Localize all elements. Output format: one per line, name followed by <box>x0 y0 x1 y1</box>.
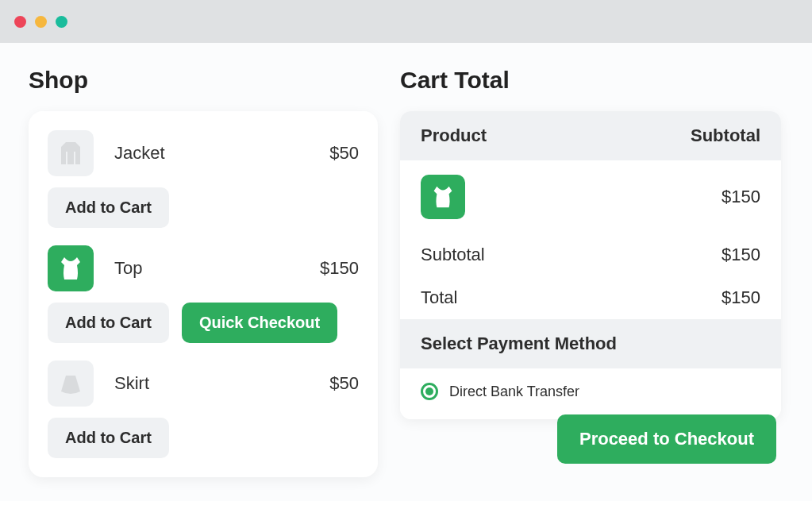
payment-section-title: Select Payment Method <box>400 319 781 368</box>
shop-card: Jacket $50 Add to Cart Top $150 Add to C… <box>29 111 378 477</box>
product-row: Skirt $50 <box>48 360 359 407</box>
product-price: $50 <box>329 143 359 164</box>
product-name: Skirt <box>114 373 309 394</box>
cart-item-subtotal: $150 <box>722 187 760 207</box>
shop-title: Shop <box>29 67 378 94</box>
add-to-cart-button[interactable]: Add to Cart <box>48 418 169 458</box>
add-to-cart-button[interactable]: Add to Cart <box>48 303 169 343</box>
jacket-icon <box>48 130 94 176</box>
product-name: Jacket <box>114 143 309 164</box>
cart-subtotal-row: Subtotal $150 <box>400 233 781 276</box>
top-icon <box>421 175 465 219</box>
cart-subtotal-label: Subtotal <box>421 245 722 265</box>
cart-total-row: Total $150 <box>400 276 781 319</box>
payment-option[interactable]: Direct Bank Transfer <box>400 368 781 419</box>
product-row: Top $150 <box>48 245 359 291</box>
cart-title: Cart Total <box>400 67 781 94</box>
page-body: Shop Jacket $50 Add to Cart <box>0 43 812 501</box>
cart-subtotal-value: $150 <box>722 245 760 265</box>
cart-col-product: Product <box>421 125 691 146</box>
titlebar-minimize-dot[interactable] <box>35 16 47 28</box>
product-name: Top <box>114 258 299 279</box>
payment-option-label: Direct Bank Transfer <box>449 384 579 400</box>
product-price: $150 <box>320 258 359 279</box>
cart-header-row: Product Subtotal <box>400 111 781 160</box>
window-titlebar <box>0 0 812 43</box>
cart-total-label: Total <box>421 287 722 308</box>
skirt-icon <box>48 360 94 407</box>
cart-item-row: $150 <box>400 160 781 233</box>
top-icon <box>48 245 94 291</box>
titlebar-maximize-dot[interactable] <box>56 16 67 28</box>
quick-checkout-button[interactable]: Quick Checkout <box>182 303 337 343</box>
cart-panel: Product Subtotal $150 Subtotal $150 <box>400 111 781 419</box>
titlebar-close-dot[interactable] <box>14 16 26 28</box>
product-row: Jacket $50 <box>48 130 359 176</box>
cart-total-value: $150 <box>722 287 760 308</box>
proceed-to-checkout-button[interactable]: Proceed to Checkout <box>557 414 776 464</box>
shop-column: Shop Jacket $50 Add to Cart <box>29 67 378 477</box>
product-price: $50 <box>329 373 359 394</box>
radio-selected-icon <box>421 383 438 400</box>
add-to-cart-button[interactable]: Add to Cart <box>48 187 169 228</box>
cart-column: Cart Total Product Subtotal $150 Subtota… <box>400 67 781 477</box>
cart-col-subtotal: Subtotal <box>691 125 760 146</box>
